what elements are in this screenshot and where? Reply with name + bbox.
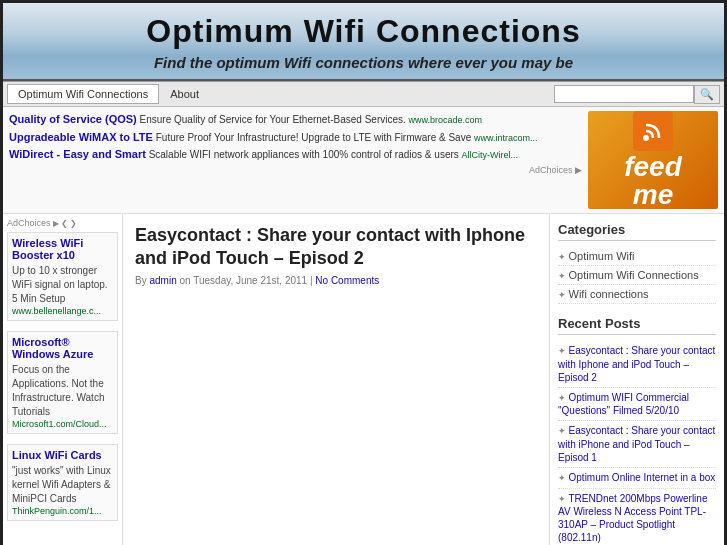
sidebar-ad-1-link[interactable]: Wireless WiFi Booster x10: [12, 237, 83, 261]
ad-line-2: Upgradeable WiMAX to LTE Future Proof Yo…: [9, 129, 582, 146]
post-author-link[interactable]: admin: [149, 275, 176, 286]
ad-line-3: WiDirect - Easy and Smart Scalable WIFI …: [9, 146, 582, 163]
sidebar-ad-3-body: "just works" with Linux kernel Wifi Adap…: [12, 464, 113, 506]
recent-post-4[interactable]: Optimum Online Internet in a box: [558, 468, 716, 489]
sidebar-ad-2: Microsoft® Windows Azure Focus on the Ap…: [7, 331, 118, 434]
ad-choices-label: AdChoices ▶: [9, 165, 582, 175]
nav-search: 🔍: [554, 85, 720, 104]
right-sidebar: Categories Optimum Wifi Optimum Wifi Con…: [549, 214, 724, 545]
ad-link-1[interactable]: Quality of Service (QOS): [9, 113, 137, 125]
category-item-3[interactable]: Wifi connections: [558, 285, 716, 304]
recent-posts-widget: Recent Posts Easycontact : Share your co…: [558, 316, 716, 545]
site-subtitle: Find the optimum Wifi connections where …: [3, 54, 724, 71]
feed-me-banner[interactable]: feedme: [588, 111, 718, 209]
post-title: Easycontact : Share your contact with Ip…: [135, 224, 537, 271]
sidebar-ad-3: Linux WiFi Cards "just works" with Linux…: [7, 444, 118, 521]
site-title: Optimum Wifi Connections: [3, 13, 724, 50]
feed-me-inner: feedme: [624, 111, 682, 209]
rss-icon: [633, 111, 673, 151]
category-item-1[interactable]: Optimum Wifi: [558, 247, 716, 266]
feed-me-text: feedme: [624, 153, 682, 209]
recent-post-2[interactable]: Optimum WIFI Commercial "Questions" Film…: [558, 388, 716, 422]
ad-text-column: Quality of Service (QOS) Ensure Quality …: [9, 111, 582, 209]
main-content: Easycontact : Share your contact with Ip…: [123, 214, 549, 545]
main-area: AdChoices ▶ ❮ ❯ Wireless WiFi Booster x1…: [3, 214, 724, 545]
nav-bar: Optimum Wifi Connections About 🔍: [3, 81, 724, 107]
site-header: Optimum Wifi Connections Find the optimu…: [3, 3, 724, 81]
nav-item-about[interactable]: About: [159, 84, 210, 104]
ad-line-1: Quality of Service (QOS) Ensure Quality …: [9, 111, 582, 128]
left-sidebar: AdChoices ▶ ❮ ❯ Wireless WiFi Booster x1…: [3, 214, 123, 545]
nav-item-home[interactable]: Optimum Wifi Connections: [7, 84, 159, 104]
sidebar-ad-1-url: www.bellenellange.c...: [12, 306, 113, 316]
category-item-2[interactable]: Optimum Wifi Connections: [558, 266, 716, 285]
sidebar-ad-1-body: Up to 10 x stronger WiFi signal on lapto…: [12, 264, 113, 306]
post-comments-link[interactable]: No Comments: [315, 275, 379, 286]
categories-list: Optimum Wifi Optimum Wifi Connections Wi…: [558, 247, 716, 304]
sidebar-ad-2-url: Microsoft1.com/Cloud...: [12, 419, 113, 429]
categories-title: Categories: [558, 222, 716, 241]
search-button[interactable]: 🔍: [694, 85, 720, 104]
ad-link-3[interactable]: WiDirect - Easy and Smart: [9, 148, 146, 160]
recent-posts-title: Recent Posts: [558, 316, 716, 335]
sidebar-ad-3-link[interactable]: Linux WiFi Cards: [12, 449, 102, 461]
sidebar-ad-2-link[interactable]: Microsoft® Windows Azure: [12, 336, 93, 360]
sidebar-ad-3-url: ThinkPenguin.com/1...: [12, 506, 113, 516]
svg-point-1: [643, 135, 649, 141]
post-meta: By admin on Tuesday, June 21st, 2011 | N…: [135, 275, 537, 286]
sidebar-ad-2-body: Focus on the Applications. Not the Infra…: [12, 363, 113, 419]
ad-bar: Quality of Service (QOS) Ensure Quality …: [3, 107, 724, 214]
search-input[interactable]: [554, 85, 694, 103]
recent-post-3[interactable]: Easycontact : Share your contact with iP…: [558, 421, 716, 468]
ad-choices-bar: AdChoices ▶ ❮ ❯: [7, 218, 118, 228]
sidebar-ad-1: Wireless WiFi Booster x10 Up to 10 x str…: [7, 232, 118, 321]
recent-post-5[interactable]: TRENDnet 200Mbps Powerline AV Wireless N…: [558, 489, 716, 545]
categories-widget: Categories Optimum Wifi Optimum Wifi Con…: [558, 222, 716, 304]
ad-link-2[interactable]: Upgradeable WiMAX to LTE: [9, 131, 153, 143]
recent-post-1[interactable]: Easycontact : Share your contact with Ip…: [558, 341, 716, 388]
